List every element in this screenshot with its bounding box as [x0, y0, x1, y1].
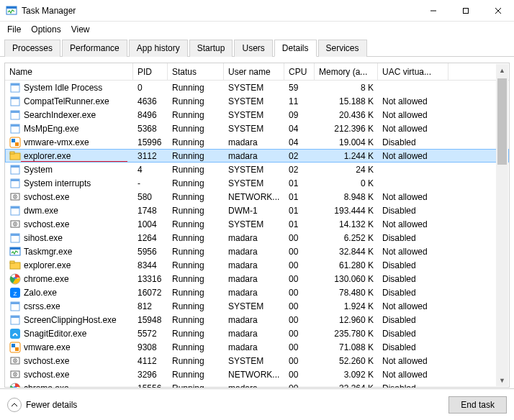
- svg-rect-9: [11, 97, 19, 99]
- table-row[interactable]: System Idle Process0RunningSYSTEM598 K: [5, 81, 509, 94]
- process-memory: 3.092 K: [315, 370, 378, 380]
- table-row[interactable]: sihost.exe1264Runningmadara006.252 KDisa…: [5, 231, 509, 245]
- tab-startup[interactable]: Startup: [189, 40, 233, 57]
- maximize-button[interactable]: [449, 0, 482, 22]
- process-memory: 14.132 K: [315, 219, 378, 229]
- process-icon: [9, 383, 21, 388]
- process-icon: [9, 96, 21, 107]
- svg-rect-44: [11, 316, 19, 318]
- table-row[interactable]: SnagitEditor.exe5572Runningmadara00235.7…: [5, 327, 509, 340]
- col-status[interactable]: Status: [168, 63, 224, 80]
- process-pid: 3112: [133, 151, 168, 161]
- tab-performance[interactable]: Performance: [62, 40, 127, 57]
- process-status: Running: [168, 260, 224, 270]
- table-row[interactable]: vmware-vmx.exe15996Runningmadara0419.004…: [5, 135, 509, 149]
- scrollbar[interactable]: ▲ ▼: [496, 64, 508, 386]
- process-icon: [9, 82, 21, 93]
- process-name: SnagitEditor.exe: [24, 329, 86, 339]
- process-memory: 71.088 K: [315, 342, 378, 352]
- process-cpu: 11: [284, 96, 315, 106]
- process-memory: 0 K: [315, 178, 378, 188]
- process-memory: 33.364 K: [315, 383, 378, 388]
- col-cpu[interactable]: CPU: [284, 63, 315, 80]
- scroll-down-icon[interactable]: ▼: [496, 374, 508, 386]
- menu-options[interactable]: Options: [31, 24, 60, 35]
- svg-rect-3: [463, 8, 468, 13]
- table-row[interactable]: svchost.exe3296RunningNETWORK...003.092 …: [5, 368, 509, 381]
- process-name: CompatTelRunner.exe: [24, 96, 109, 106]
- menu-file[interactable]: File: [7, 24, 21, 35]
- process-uac: Disabled: [378, 383, 448, 388]
- process-status: Running: [168, 356, 224, 366]
- table-row[interactable]: svchost.exe4112RunningSYSTEM0052.260 KNo…: [5, 354, 509, 368]
- col-uac[interactable]: UAC virtua...: [378, 63, 448, 80]
- table-row[interactable]: svchost.exe580RunningNETWORK...018.948 K…: [5, 190, 509, 204]
- process-name: MsMpEng.exe: [24, 124, 79, 134]
- process-icon: [9, 232, 21, 244]
- process-memory: 61.280 K: [315, 260, 378, 270]
- tab-users[interactable]: Users: [234, 40, 272, 57]
- table-row[interactable]: SearchIndexer.exe8496RunningSYSTEM0920.4…: [5, 108, 509, 122]
- table-row[interactable]: MsMpEng.exe5368RunningSYSTEM04212.396 KN…: [5, 122, 509, 135]
- col-name[interactable]: Name: [5, 63, 133, 80]
- table-row[interactable]: explorer.exe8344Runningmadara0061.280 KD…: [5, 258, 509, 272]
- process-user: DWM-1: [224, 206, 284, 216]
- col-pid[interactable]: PID: [133, 63, 168, 80]
- scroll-up-icon[interactable]: ▲: [496, 64, 508, 76]
- process-status: Running: [168, 110, 224, 120]
- process-memory: 6.252 K: [315, 233, 378, 243]
- process-name: System Idle Process: [24, 83, 102, 93]
- taskmgr-app-icon: [6, 5, 17, 17]
- process-uac: Not allowed: [378, 110, 448, 120]
- table-row[interactable]: explorer.exe3112Runningmadara021.244 KNo…: [5, 149, 509, 163]
- process-pid: 812: [133, 301, 168, 311]
- minimize-button[interactable]: [417, 0, 449, 22]
- table-row[interactable]: chrome.exe13316Runningmadara00130.060 KD…: [5, 272, 509, 286]
- col-user[interactable]: User name: [224, 63, 284, 80]
- col-memory[interactable]: Memory (a...: [315, 63, 378, 80]
- tab-services[interactable]: Services: [318, 40, 367, 57]
- process-status: Running: [168, 219, 224, 229]
- fewer-details-label: Fewer details: [26, 400, 77, 410]
- process-uac: Disabled: [378, 288, 448, 298]
- tab-details[interactable]: Details: [274, 40, 317, 57]
- svg-rect-36: [10, 261, 14, 263]
- table-row[interactable]: ScreenClippingHost.exe15948Runningmadara…: [5, 313, 509, 327]
- process-icon: [9, 137, 21, 148]
- end-task-button[interactable]: End task: [448, 396, 507, 414]
- process-name: System interrupts: [24, 178, 91, 188]
- table-row[interactable]: System interrupts-RunningSYSTEM010 K: [5, 176, 509, 190]
- table-row[interactable]: svchost.exe1004RunningSYSTEM0114.132 KNo…: [5, 217, 509, 231]
- process-pid: 1004: [133, 219, 168, 229]
- process-icon: [9, 314, 21, 326]
- table-row[interactable]: vmware.exe9308Runningmadara0071.088 KDis…: [5, 340, 509, 354]
- table-row[interactable]: dwm.exe1748RunningDWM-101193.444 KDisabl…: [5, 204, 509, 217]
- table-row[interactable]: csrss.exe812RunningSYSTEM001.924 KNot al…: [5, 299, 509, 313]
- table-row[interactable]: System4RunningSYSTEM0224 K: [5, 163, 509, 176]
- process-memory: 212.396 K: [315, 124, 378, 134]
- process-uac: Not allowed: [378, 247, 448, 257]
- table-row[interactable]: CompatTelRunner.exe4636RunningSYSTEM1115…: [5, 94, 509, 108]
- process-name: explorer.exe: [24, 151, 71, 161]
- process-cpu: 00: [284, 301, 315, 311]
- process-cpu: 09: [284, 110, 315, 120]
- svg-rect-20: [11, 165, 19, 168]
- close-button[interactable]: [482, 0, 514, 22]
- process-user: SYSTEM: [224, 301, 284, 311]
- scroll-thumb[interactable]: [497, 78, 507, 165]
- process-cpu: 01: [284, 206, 315, 216]
- process-status: Running: [168, 137, 224, 147]
- menu-view[interactable]: View: [71, 24, 90, 35]
- tab-app-history[interactable]: App history: [129, 40, 188, 57]
- process-icon: [9, 342, 21, 353]
- fewer-details-button[interactable]: Fewer details: [7, 398, 77, 412]
- table-row[interactable]: Taskmgr.exe5956Runningmadara0032.844 KNo…: [5, 245, 509, 258]
- process-uac: Not allowed: [378, 301, 448, 311]
- process-user: madara: [224, 383, 284, 388]
- tab-processes[interactable]: Processes: [4, 40, 60, 57]
- process-pid: 4636: [133, 96, 168, 106]
- table-row[interactable]: ZZalo.exe16072Runningmadara0078.480 KDis…: [5, 286, 509, 299]
- table-row[interactable]: chrome.exe15556Runningmadara0033.364 KDi…: [5, 381, 509, 388]
- process-icon: [9, 191, 21, 203]
- process-user: NETWORK...: [224, 370, 284, 380]
